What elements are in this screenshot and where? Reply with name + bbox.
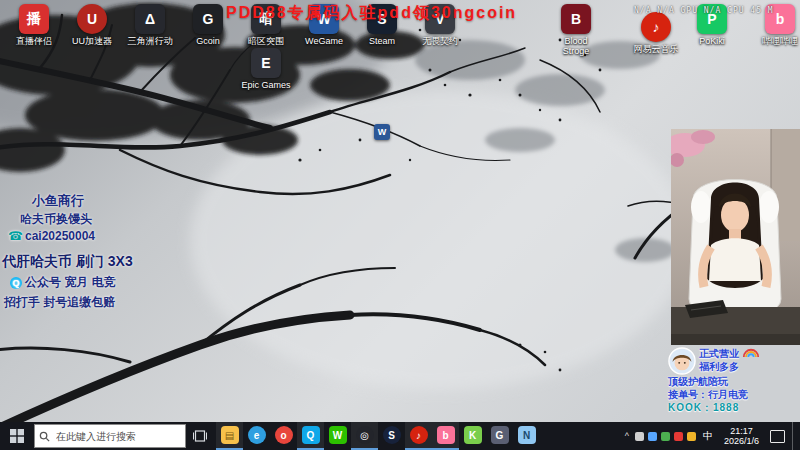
icon-glyph: E [261,55,270,71]
search-icon [39,431,50,442]
wechat-icon: W [329,426,347,444]
recruit-text: 招打手 封号追缴包赔 [4,294,202,311]
taskbar-app-chrome[interactable]: o [270,422,297,450]
left-promo-block: 小鱼商行 哈夫币换馒头 ☎cai20250004 代肝哈夫币 刷门 3X3 Q公… [2,192,202,311]
update-icon[interactable] [687,432,696,441]
desktop-icon-label: Steam [354,36,410,46]
taskbar-clock[interactable]: 21:17 2026/1/6 [720,426,763,446]
official-account: Q公众号 宽月 电竞 [10,274,202,291]
qq-icon: Q [302,426,320,444]
taskbar-app-file-explorer[interactable]: ▤ [216,422,243,450]
desktop-icon-label: 哔哩哔哩 [752,36,800,46]
start-button[interactable] [0,422,34,450]
clock-date: 2026/1/6 [724,436,759,446]
file-shortcut-icon: W [374,124,390,140]
taskbar-app-obs[interactable]: ◎ [351,422,378,450]
taskbar-app-notepad[interactable]: N [513,422,540,450]
hardware-monitor-overlay: N/A N/A GPU N/A CPU 45 M [634,6,774,15]
desktop-icon-blood-strike[interactable]: B Blood Stroge [552,4,600,56]
rainbow-icon [742,347,760,357]
taskbar-app-qq[interactable]: Q [297,422,324,450]
promo-order-account: 接单号：行月电竞 [668,388,798,401]
icon-glyph: ♪ [653,19,660,35]
icon-glyph: U [87,11,97,27]
official-account-text: 公众号 宽月 电竞 [25,274,116,291]
gcoin-icon: G [193,4,223,34]
taskbar-app-netease-music[interactable]: ♪ [405,422,432,450]
promo-benefit-text: 福利多多 [699,360,739,373]
taskbar-app-kook[interactable]: K [459,422,486,450]
volume-icon[interactable] [635,432,644,441]
show-desktop-button[interactable] [792,422,798,450]
security-icon[interactable] [661,432,670,441]
icon-glyph: b [776,11,785,27]
taskbar-app-bilibili[interactable]: b [432,422,459,450]
desktop-icon-label: 直播伴侣 [6,36,62,46]
desktop-icon-label: PoKiki [684,36,740,46]
icon-glyph: 播 [27,10,41,28]
promo-kook-id: KOOK：1888 [668,401,798,414]
taskbar: ▤ e o Q W ◎ S ♪ b K G N ^ 中 21:17 2026/1… [0,422,800,450]
system-tray: ^ 中 21:17 2026/1/6 [623,422,800,450]
task-view-button[interactable] [186,422,214,450]
shop-service: 哈夫币换馒头 [20,211,202,228]
epic-games-icon: E [251,48,281,78]
netease-music-icon: ♪ [641,12,671,42]
webcam-overlay [671,129,800,345]
obs-icon: ◎ [356,426,374,444]
taskbar-app-edge[interactable]: e [243,422,270,450]
tray-expand-caret-icon[interactable]: ^ [623,431,631,441]
taskbar-app-steam[interactable]: S [378,422,405,450]
network-icon[interactable] [648,432,657,441]
desktop: N/A N/A GPU N/A CPU 45 M PDD88专属码入驻pdd领3… [0,0,800,450]
desktop-icon-uu[interactable]: U UU加速器 [64,4,120,46]
desktop-icon-label: Epic Games [238,80,294,90]
shop-name: 小鱼商行 [32,192,202,210]
desktop-icon-label: 无畏契约 [412,36,468,46]
bilibili-icon: b [437,426,455,444]
shop-contact: ☎cai20250004 [8,229,202,243]
qq-icon: Q [10,277,22,289]
taskbar-app-game-launcher[interactable]: G [486,422,513,450]
contact-id: cai20250004 [25,229,95,243]
input-language-indicator[interactable]: 中 [700,429,716,443]
icon-glyph: Δ [145,11,155,27]
edge-icon: e [248,426,266,444]
blood-strike-icon: B [561,4,591,34]
announcement-text: PDD88专属码入驻pdd领30ngcoin [226,3,517,24]
desktop-icon-label: Gcoin [180,36,236,46]
desktop-icon-label: 三角洲行动 [122,36,178,46]
music-tray-icon[interactable] [674,432,683,441]
promo-open-text: 正式营业 [699,347,739,360]
taskbar-app-row: ▤ e o Q W ◎ S ♪ b K G N [216,422,540,450]
steam-icon: S [383,426,401,444]
desktop-icon-live-companion[interactable]: 播 直播伴侣 [6,4,62,46]
desktop-icon-label: 暗区突围 [238,36,294,46]
taskbar-search[interactable] [34,424,186,448]
desktop-icon-netease-music[interactable]: ♪ 网易云音乐 [628,12,684,54]
taskbar-app-wechat[interactable]: W [324,422,351,450]
icon-glyph: G [203,11,214,27]
search-input[interactable] [54,430,178,443]
icon-glyph: B [571,11,581,27]
clock-time: 21:17 [724,426,759,436]
desktop-icon-file-shortcut[interactable]: W [370,124,394,140]
live-companion-icon: 播 [19,4,49,34]
task-view-icon [193,430,207,442]
avatar [668,347,696,375]
desktop-icon-label: UU加速器 [64,36,120,46]
boost-service: 代肝哈夫币 刷门 3X3 [2,253,202,271]
notepad-icon: N [518,426,536,444]
action-center-icon[interactable] [770,430,785,443]
desktop-icon-delta-force[interactable]: Δ 三角洲行动 [122,4,178,46]
game-launcher-icon: G [491,426,509,444]
desktop-icon-epic[interactable]: E Epic Games [238,48,294,90]
delta-force-icon: Δ [135,4,165,34]
desktop-icon-label: 网易云音乐 [628,44,684,54]
phone-icon: ☎ [8,229,23,243]
uu-booster-icon: U [77,4,107,34]
chrome-icon: o [275,426,293,444]
kook-icon: K [464,426,482,444]
file-explorer-icon: ▤ [221,426,239,444]
webcam-video [671,129,800,345]
